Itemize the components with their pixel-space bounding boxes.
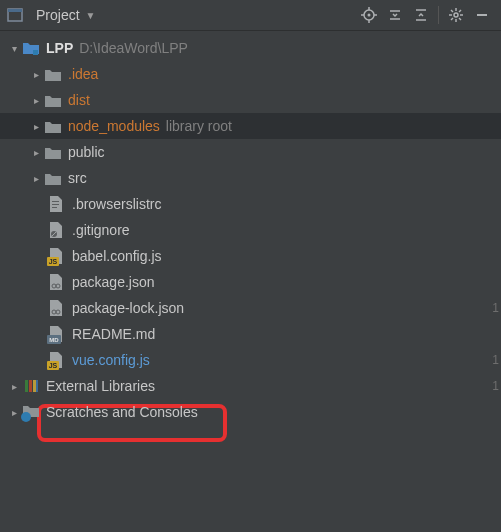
chevron-right-icon: ▸ xyxy=(28,173,44,184)
folder-icon xyxy=(44,65,62,83)
json-file-icon xyxy=(48,299,66,317)
tree-label: package.json xyxy=(72,274,155,290)
panel-title: Project xyxy=(36,7,80,23)
tree-label: .browserslistrc xyxy=(72,196,161,212)
svg-rect-21 xyxy=(477,14,487,16)
chevron-right-icon: ▸ xyxy=(28,69,44,80)
svg-rect-32 xyxy=(25,380,28,392)
folder-icon xyxy=(44,117,62,135)
project-dropdown[interactable]: Project ▼ xyxy=(6,6,95,24)
tree-file-package[interactable]: package.json xyxy=(0,269,501,295)
expand-all-button[interactable] xyxy=(382,2,408,28)
md-file-icon: MD xyxy=(48,325,66,343)
tree-file-vue-config[interactable]: JS vue.config.js 1 xyxy=(0,347,501,373)
js-file-icon: JS xyxy=(48,247,66,265)
svg-line-18 xyxy=(459,18,461,20)
folder-icon xyxy=(44,91,62,109)
collapse-all-button[interactable] xyxy=(408,2,434,28)
svg-line-19 xyxy=(451,18,453,20)
gutter-number: 1 xyxy=(492,301,499,315)
gutter-number: 1 xyxy=(492,353,499,367)
tree-label: External Libraries xyxy=(46,378,155,394)
svg-rect-24 xyxy=(52,204,59,205)
hide-button[interactable] xyxy=(469,2,495,28)
tree-folder-idea[interactable]: ▸ .idea xyxy=(0,61,501,87)
project-name: LPP xyxy=(46,40,73,56)
svg-rect-22 xyxy=(33,50,38,55)
tree-folder-node-modules[interactable]: ▸ node_modules library root xyxy=(0,113,501,139)
tree-file-babel[interactable]: JS babel.config.js xyxy=(0,243,501,269)
svg-rect-23 xyxy=(52,201,59,202)
svg-point-12 xyxy=(454,13,458,17)
js-file-icon: JS xyxy=(48,351,66,369)
gutter-number: 1 xyxy=(492,379,499,393)
chevron-right-icon: ▸ xyxy=(28,121,44,132)
svg-rect-34 xyxy=(33,380,36,392)
svg-rect-35 xyxy=(36,380,38,392)
svg-point-3 xyxy=(368,14,371,17)
tree-file-browserslist[interactable]: .browserslistrc xyxy=(0,191,501,217)
tree-label: dist xyxy=(68,92,90,108)
chevron-down-icon: ▾ xyxy=(6,43,22,54)
folder-icon xyxy=(22,39,40,57)
chevron-right-icon: ▸ xyxy=(28,147,44,158)
file-icon xyxy=(48,195,66,213)
settings-button[interactable] xyxy=(443,2,469,28)
tree-label: package-lock.json xyxy=(72,300,184,316)
svg-rect-33 xyxy=(29,380,32,392)
tree-label: src xyxy=(68,170,87,186)
file-icon xyxy=(48,221,66,239)
tree-file-readme[interactable]: MD README.md xyxy=(0,321,501,347)
chevron-right-icon: ▸ xyxy=(6,381,22,392)
folder-icon xyxy=(44,143,62,161)
locate-button[interactable] xyxy=(356,2,382,28)
tree-label: README.md xyxy=(72,326,155,342)
json-file-icon xyxy=(48,273,66,291)
tree-label-note: library root xyxy=(166,118,232,134)
tree-file-gitignore[interactable]: .gitignore xyxy=(0,217,501,243)
svg-rect-1 xyxy=(8,9,22,12)
svg-line-17 xyxy=(451,10,453,12)
tree-file-package-lock[interactable]: package-lock.json 1 xyxy=(0,295,501,321)
tree-label: public xyxy=(68,144,105,160)
tree-root[interactable]: ▾ LPP D:\IdeaWord\LPP xyxy=(0,35,501,61)
svg-rect-25 xyxy=(52,207,57,208)
chevron-right-icon: ▸ xyxy=(6,407,22,418)
tree-label: .idea xyxy=(68,66,98,82)
folder-icon xyxy=(44,169,62,187)
project-icon xyxy=(6,6,24,24)
project-path: D:\IdeaWord\LPP xyxy=(79,40,188,56)
tree-label: vue.config.js xyxy=(72,352,150,368)
chevron-right-icon: ▸ xyxy=(28,95,44,106)
tree-folder-public[interactable]: ▸ public xyxy=(0,139,501,165)
tree-label: node_modules xyxy=(68,118,160,134)
tree-external-libraries[interactable]: ▸ External Libraries 1 xyxy=(0,373,501,399)
tree-label: babel.config.js xyxy=(72,248,162,264)
scratches-icon xyxy=(22,403,40,421)
tree-label: Scratches and Consoles xyxy=(46,404,198,420)
tree-folder-dist[interactable]: ▸ dist xyxy=(0,87,501,113)
tree-folder-src[interactable]: ▸ src xyxy=(0,165,501,191)
svg-line-20 xyxy=(459,10,461,12)
tree-scratches[interactable]: ▸ Scratches and Consoles xyxy=(0,399,501,425)
chevron-down-icon: ▼ xyxy=(86,10,96,21)
external-libraries-icon xyxy=(22,377,40,395)
tree-label: .gitignore xyxy=(72,222,130,238)
